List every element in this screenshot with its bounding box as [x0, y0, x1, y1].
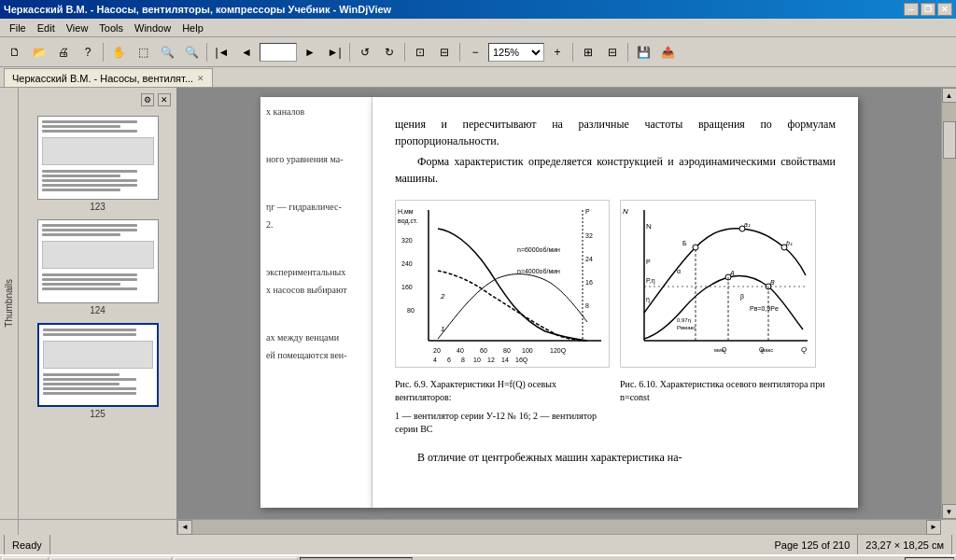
restore-button[interactable]: ❐ — [921, 3, 935, 16]
fig2-caption: Рис. 6.10. Характеристика осевого вентил… — [620, 378, 836, 404]
view-btn-1[interactable]: ⊞ — [577, 41, 599, 63]
menu-bar: File Edit View Tools Window Help — [0, 19, 956, 37]
thumbnail-page-124[interactable]: 124 — [37, 219, 159, 315]
thumbnail-sidebar: ⚙ ✕ 123 — [19, 88, 177, 519]
separator-1 — [103, 43, 104, 62]
thumb-line — [43, 383, 120, 385]
svg-text:мин: мин — [714, 347, 724, 353]
svg-text:320: 320 — [401, 237, 413, 244]
sidebar-text-6: х насосов выбирают — [266, 285, 366, 295]
thumb-line — [42, 283, 120, 286]
hscroll-track[interactable] — [192, 520, 926, 534]
thumbnail-page-125[interactable]: 125 — [37, 323, 159, 419]
rotate-ccw-button[interactable]: ↺ — [354, 41, 376, 63]
charts-area: H,мм вод.ст. 320 240 160 80 20 40 60 80 … — [395, 200, 836, 436]
chart-axial-svg: N a₁ b₁ A — [620, 200, 816, 368]
select-button[interactable]: ⬚ — [132, 41, 154, 63]
fit-width-button[interactable]: ⊟ — [433, 41, 456, 63]
menu-edit[interactable]: Edit — [32, 21, 61, 35]
prev-page-button[interactable]: ◄ — [235, 41, 258, 63]
zoom-in-button[interactable]: 🔍 — [156, 41, 178, 63]
zoom-in-small[interactable]: + — [546, 41, 569, 63]
thumb-settings-button[interactable]: ⚙ — [141, 93, 154, 106]
hscroll-corner-left — [0, 520, 19, 535]
svg-text:P: P — [585, 208, 590, 215]
sidebar-text-8: ей помещаются вен- — [266, 350, 366, 360]
thumb-line — [42, 233, 120, 236]
thumbnail-image-124 — [37, 219, 159, 303]
thumbnail-label-125: 125 — [90, 409, 105, 419]
menu-help[interactable]: Help — [176, 21, 209, 35]
rotate-cw-button[interactable]: ↻ — [378, 41, 401, 63]
new-button[interactable]: 🗋 — [4, 41, 26, 63]
svg-text:240: 240 — [401, 260, 413, 267]
separator-5 — [459, 43, 460, 62]
horizontal-scrollbar-row: ◄ ► — [0, 519, 956, 534]
thumbnails-panel-label[interactable]: Thumbnails — [0, 88, 19, 519]
hand-tool-button[interactable]: ✋ — [107, 41, 130, 63]
hscroll-left-button[interactable]: ◄ — [177, 520, 192, 535]
thumbnail-image-123 — [37, 116, 159, 200]
thumb-close-button[interactable]: ✕ — [158, 93, 171, 106]
svg-text:n=4000об/мин: n=4000об/мин — [517, 268, 560, 274]
svg-text:16: 16 — [585, 279, 593, 286]
page-input[interactable]: 125 — [260, 43, 297, 62]
page-content-area[interactable]: х каналов ного уравнения ма- ηг — гидрав… — [177, 88, 941, 519]
sidebar-text-1: х каналов — [266, 106, 366, 117]
status-page-text: Page 125 of 210 — [775, 539, 851, 551]
view-btn-2[interactable]: ⊟ — [601, 41, 624, 63]
title-bar-buttons: ─ ❐ ✕ — [904, 3, 952, 16]
sidebar-text-4: 2. — [266, 219, 366, 230]
print-button[interactable]: 🖨 — [52, 41, 75, 63]
scroll-down-button[interactable]: ▼ — [942, 504, 957, 519]
thumb-line — [43, 392, 136, 395]
thumb-line — [43, 329, 136, 331]
scroll-up-button[interactable]: ▲ — [942, 88, 957, 103]
menu-view[interactable]: View — [61, 21, 94, 35]
save-button[interactable]: 💾 — [632, 41, 654, 63]
scroll-thumb[interactable] — [943, 121, 956, 159]
status-dimensions-text: 23,27 × 18,25 см — [865, 539, 944, 551]
separator-6 — [572, 43, 573, 62]
menu-window[interactable]: Window — [129, 21, 176, 35]
chart-hq: H,мм вод.ст. 320 240 160 80 20 40 60 80 … — [395, 200, 611, 436]
svg-text:макс: макс — [761, 347, 773, 353]
help-button[interactable]: ? — [77, 41, 99, 63]
status-bar: Ready Page 125 of 210 23,27 × 18,25 см — [0, 534, 956, 554]
tab-close-button[interactable]: ✕ — [197, 74, 204, 83]
paragraph-1: щения и пересчитывают на различные часто… — [395, 116, 836, 149]
thumb-line — [43, 373, 120, 376]
menu-tools[interactable]: Tools — [93, 21, 129, 35]
svg-text:80: 80 — [503, 347, 511, 354]
zoom-out-button[interactable]: 🔍 — [180, 41, 203, 63]
menu-file[interactable]: File — [4, 21, 32, 35]
svg-text:32: 32 — [585, 232, 593, 239]
thumbnail-page-123[interactable]: 123 — [37, 116, 159, 212]
document-tab[interactable]: Черкасский В.М. - Насосы, вентилят... ✕ — [4, 68, 213, 87]
hscroll-right-button[interactable]: ► — [926, 520, 941, 535]
thumb-line — [42, 273, 137, 276]
svg-text:α: α — [677, 268, 681, 274]
vertical-scrollbar: ▲ ▼ — [941, 88, 956, 519]
close-button[interactable]: ✕ — [937, 3, 952, 16]
svg-text:100: 100 — [522, 347, 533, 354]
tab-label: Черкасский В.М. - Насосы, вентилят... — [12, 73, 193, 84]
svg-text:160: 160 — [401, 284, 413, 290]
open-button[interactable]: 📂 — [28, 41, 50, 63]
first-page-button[interactable]: |◄ — [211, 41, 233, 63]
zoom-out-small[interactable]: − — [464, 41, 486, 63]
separator-4 — [404, 43, 405, 62]
thumb-line — [42, 125, 120, 128]
zoom-select[interactable]: 125% 100% 75% 150% — [488, 43, 544, 62]
svg-text:Pвмакс: Pвмакс — [677, 325, 696, 330]
svg-text:10: 10 — [473, 357, 481, 363]
svg-text:16Q: 16Q — [515, 357, 528, 364]
next-page-button[interactable]: ► — [299, 41, 321, 63]
last-page-button[interactable]: ►| — [323, 41, 345, 63]
title-bar: Черкасский В.М. - Насосы, вентиляторы, к… — [0, 0, 956, 19]
svg-text:6: 6 — [447, 357, 451, 363]
export-button[interactable]: 📤 — [656, 41, 679, 63]
minimize-button[interactable]: ─ — [904, 3, 919, 16]
fit-page-button[interactable]: ⊡ — [409, 41, 431, 63]
scroll-track[interactable] — [942, 103, 956, 504]
